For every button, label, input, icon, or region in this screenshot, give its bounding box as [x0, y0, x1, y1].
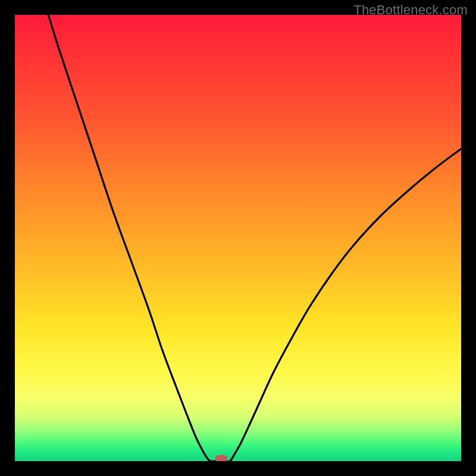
plot-area	[15, 15, 461, 461]
chart-frame: TheBottleneck.com	[0, 0, 476, 476]
watermark-text: TheBottleneck.com	[353, 2, 468, 18]
optimal-point-marker	[215, 455, 227, 461]
bottleneck-curve	[15, 15, 461, 461]
